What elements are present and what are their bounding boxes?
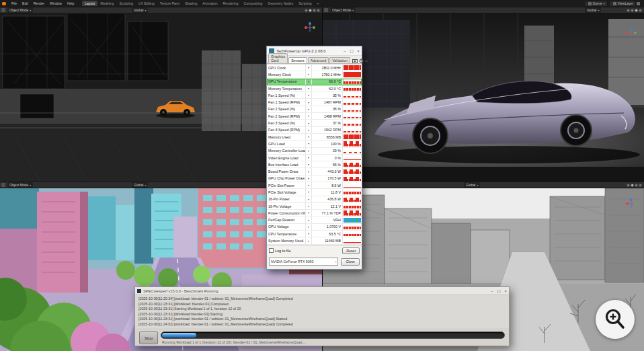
sensor-dropdown-caret[interactable]: ▾ (306, 99, 312, 105)
sensor-dropdown-caret[interactable]: ▾ (306, 182, 312, 188)
rendered-shading-icon[interactable] (639, 9, 642, 12)
sensor-row[interactable]: GPU Clock▾2802.0 MHz (267, 65, 362, 71)
close-button[interactable]: × (502, 287, 509, 295)
wireframe-shading-icon[interactable] (627, 184, 630, 187)
minimize-button[interactable]: – (489, 287, 495, 295)
workspace-tab-texture-paint[interactable]: Texture Paint (157, 1, 182, 6)
scene-selector[interactable]: Scene ▾ (585, 1, 607, 6)
sensor-row[interactable]: Fan 2 Speed (RPM)▾1498 RPM (267, 113, 362, 120)
sensor-dropdown-caret[interactable]: ▾ (306, 127, 312, 133)
sensor-row[interactable]: Memory Temperature▾62.0 °C (267, 85, 362, 92)
workspace-tab-shading[interactable]: Shading (182, 1, 200, 6)
sensor-dropdown-caret[interactable]: ▾ (306, 65, 312, 71)
benchmark-titlebar[interactable]: SPECviewperf v15.0.0 - Benchmark Running… (135, 287, 509, 295)
settings-icon[interactable] (359, 58, 364, 63)
tab-validation[interactable]: Validation (329, 57, 350, 63)
transform-orientation-selector[interactable]: Global ▾ (464, 182, 480, 188)
sensor-row[interactable]: Fan 2 Speed (%)▾35 % (267, 106, 362, 113)
rendered-shading-icon[interactable] (317, 9, 320, 12)
wireframe-shading-icon[interactable] (627, 9, 630, 12)
workspace-tab-compositing[interactable]: Compositing (241, 1, 266, 6)
sensor-row[interactable]: Memory Clock▾1750.1 MHz (267, 71, 362, 78)
menu-item-render[interactable]: Render (31, 1, 47, 5)
sensor-dropdown-caret[interactable]: ▾ (306, 189, 312, 195)
sensor-dropdown-caret[interactable]: ▾ (306, 79, 312, 85)
sensor-row[interactable]: Memory Used▾8556 MB (267, 134, 362, 141)
tab-advanced[interactable]: Advanced (308, 57, 329, 63)
sensor-row[interactable]: Fan 1 Speed (%)▾35 % (267, 92, 362, 99)
gpuz-close-button[interactable]: Close (341, 258, 360, 266)
sensor-row[interactable]: Board Power Draw▾443.3 W (267, 168, 362, 175)
editor-type-icon[interactable] (1, 183, 5, 187)
camera-icon[interactable] (352, 58, 358, 63)
transform-orientation-selector[interactable]: Global ▾ (132, 7, 148, 13)
sensor-dropdown-caret[interactable]: ▾ (306, 231, 312, 237)
maximize-button[interactable]: ▢ (495, 287, 502, 295)
sensor-dropdown-caret[interactable]: ▾ (306, 113, 312, 119)
menu-item-help[interactable]: Help (65, 1, 77, 5)
viewport-top-right[interactable] (323, 13, 644, 182)
mode-selector[interactable]: Object Mode ▾ (330, 7, 356, 13)
sensor-dropdown-caret[interactable]: ▾ (306, 224, 312, 230)
sensor-row[interactable]: 16-Pin Voltage▾12.1 V (267, 203, 362, 210)
sensor-row[interactable]: GPU Load▾100 % (267, 141, 362, 147)
workspace-tab-sculpting[interactable]: Sculpting (117, 1, 136, 6)
blender-logo-icon[interactable] (2, 2, 6, 5)
navigation-gizmo[interactable] (304, 22, 316, 34)
sensor-row[interactable]: Memory Controller Load▾29 % (267, 148, 362, 155)
menu-item-edit[interactable]: Edit (19, 1, 31, 5)
sensor-dropdown-caret[interactable]: ▾ (306, 85, 312, 91)
benchmark-log[interactable]: [2025-10-30|11:20:34] [workload: blender… (135, 295, 509, 328)
sensor-dropdown-caret[interactable]: ▾ (306, 161, 312, 167)
solid-shading-icon[interactable] (309, 9, 312, 12)
navigation-gizmo[interactable] (625, 27, 637, 39)
sensor-dropdown-caret[interactable]: ▾ (306, 71, 312, 77)
sensor-dropdown-caret[interactable]: ▾ (306, 203, 312, 209)
tab-sensors[interactable]: Sensors (288, 57, 307, 63)
mode-selector[interactable]: Object Mode ▾ (7, 182, 33, 188)
reset-button[interactable]: Reset (342, 247, 360, 254)
solid-shading-icon[interactable] (631, 184, 634, 187)
close-button[interactable]: × (355, 47, 362, 55)
wireframe-shading-icon[interactable] (305, 9, 308, 12)
shading-mode-buttons[interactable] (626, 9, 642, 12)
sensor-dropdown-caret[interactable]: ▾ (306, 120, 312, 126)
log-to-file-checkbox[interactable] (269, 248, 274, 253)
sensor-row[interactable]: 16-Pin Power▾436.8 W (267, 196, 362, 203)
navigation-gizmo[interactable] (625, 198, 637, 210)
stop-button[interactable]: Stop (139, 332, 158, 344)
sensor-row[interactable]: PCIe Slot Power▾8.5 W (267, 182, 362, 189)
workspace-tab-rendering[interactable]: Rendering (220, 1, 241, 6)
editor-type-icon[interactable] (324, 8, 328, 12)
mode-selector[interactable]: Object Mode ▾ (7, 7, 33, 13)
sensor-dropdown-caret[interactable]: ▾ (306, 168, 312, 174)
gpu-selector-dropdown[interactable]: NVIDIA GeForce RTX 5090 ▾ (269, 258, 338, 266)
sensor-row[interactable]: Fan 3 Speed (%)▾37 % (267, 120, 362, 126)
tab-graphics-card[interactable]: Graphics Card (268, 53, 288, 63)
editor-type-icon[interactable] (1, 8, 5, 12)
material-shading-icon[interactable] (635, 9, 638, 12)
sensor-row[interactable]: PerfCap Reason▾VRel (267, 217, 362, 224)
sensor-dropdown-caret[interactable]: ▾ (306, 210, 312, 216)
sensor-dropdown-caret[interactable]: ▾ (306, 176, 312, 182)
transform-orientation-selector[interactable]: Global ▾ (585, 7, 601, 13)
material-shading-icon[interactable] (635, 184, 638, 187)
sensor-row[interactable]: Fan 1 Speed (RPM)▾1497 RPM (267, 99, 362, 106)
solid-shading-icon[interactable] (631, 9, 634, 12)
menu-item-file[interactable]: File (9, 1, 19, 5)
zoom-in-button[interactable] (596, 300, 635, 339)
sensor-dropdown-caret[interactable]: ▾ (306, 217, 312, 223)
sensor-row[interactable]: Fan 3 Speed (RPM)▾1542 RPM (267, 127, 362, 134)
workspace-tab-geometry-nodes[interactable]: Geometry Nodes (265, 1, 296, 6)
workspace-tab-uv-editing[interactable]: UV Editing (136, 1, 157, 6)
sensor-row[interactable]: Bus Interface Load▾55 % (267, 161, 362, 168)
sensor-dropdown-caret[interactable]: ▾ (306, 196, 312, 202)
menu-icon[interactable]: ≡ (365, 58, 368, 63)
sensor-row[interactable]: System Memory Used▾11460 MB (267, 237, 362, 244)
sensor-dropdown-caret[interactable]: ▾ (306, 141, 312, 147)
menu-item-window[interactable]: Window (47, 1, 65, 5)
sensor-row[interactable]: GPU Voltage▾1.0700 V (267, 224, 362, 231)
sensor-dropdown-caret[interactable]: ▾ (306, 92, 312, 98)
shading-mode-buttons[interactable] (304, 9, 320, 12)
workspace-tab-layout[interactable]: Layout (82, 1, 97, 6)
